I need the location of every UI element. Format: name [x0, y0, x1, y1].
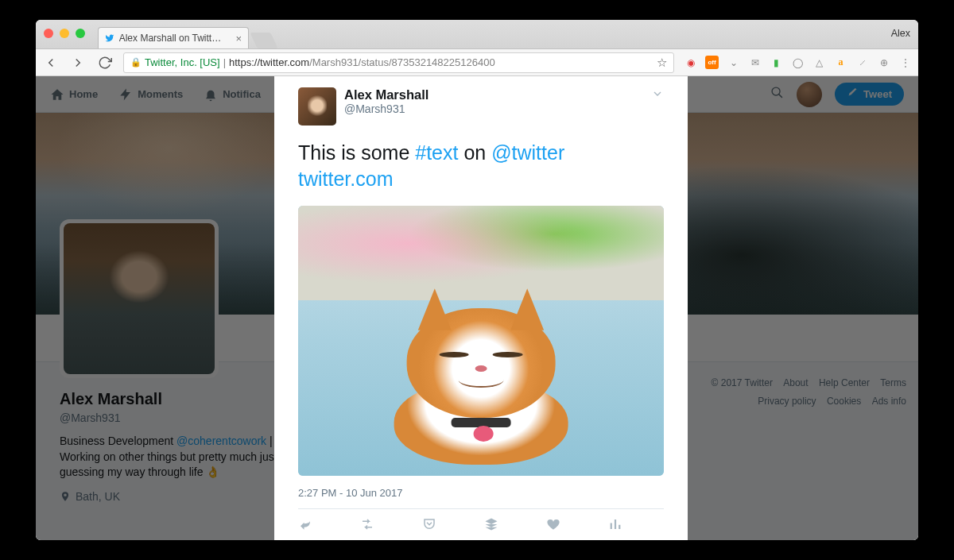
browser-tab[interactable]: Alex Marshall on Twitter: "This ×: [98, 27, 249, 48]
address-bar[interactable]: 🔒 Twitter, Inc. [US] | https://twitter.c…: [123, 52, 674, 73]
buffer-button[interactable]: [484, 517, 498, 531]
reply-button[interactable]: [298, 517, 312, 531]
url-host: https://twitter.com: [229, 56, 309, 68]
minimize-window-button[interactable]: [60, 29, 69, 38]
extension-icon[interactable]: off: [705, 56, 719, 69]
url-path: /Marsh931/status/873532148225126400: [309, 56, 494, 68]
extension-icon[interactable]: ◉: [684, 56, 697, 69]
tweet-hashtag[interactable]: #text: [415, 141, 458, 164]
browser-menu-button[interactable]: ⋮: [898, 56, 912, 69]
new-tab-button[interactable]: [250, 33, 277, 48]
page-viewport: Home Moments Notifica Tweet Alex: [36, 76, 918, 540]
tweet-author-name[interactable]: Alex Marshall: [344, 87, 651, 102]
extension-icon[interactable]: △: [812, 56, 826, 69]
browser-profile-name[interactable]: Alex: [891, 28, 910, 39]
extension-icon[interactable]: ▮: [770, 56, 783, 69]
tweet-image[interactable]: [298, 206, 664, 476]
tweet-author-handle[interactable]: @Marsh931: [344, 102, 651, 115]
like-button[interactable]: [546, 517, 560, 531]
forward-button[interactable]: [69, 56, 87, 70]
url-organization: Twitter, Inc. [US]: [145, 56, 220, 68]
tab-title: Alex Marshall on Twitter: "This: [119, 33, 226, 44]
amazon-extension-icon[interactable]: a: [834, 56, 847, 69]
browser-window: Alex Marshall on Twitter: "This × Alex 🔒…: [36, 20, 918, 540]
extension-icon[interactable]: ⟋: [855, 56, 869, 69]
twitter-icon: [105, 33, 114, 44]
pocket-button[interactable]: [422, 517, 436, 531]
tweet-text: This is some #text on @twitter twitter.c…: [298, 140, 664, 191]
tweet-link[interactable]: twitter.com: [298, 168, 393, 190]
tweet-actions: [298, 508, 664, 540]
tweet-modal: Alex Marshall @Marsh931 This is some #te…: [274, 76, 688, 540]
close-tab-button[interactable]: ×: [235, 33, 242, 44]
tweet-header: Alex Marshall @Marsh931: [298, 87, 664, 126]
extension-icon[interactable]: ✉: [748, 56, 762, 69]
tweet-menu-button[interactable]: [651, 87, 664, 103]
extension-icon[interactable]: ◯: [791, 56, 805, 69]
retweet-button[interactable]: [360, 517, 374, 531]
titlebar: Alex Marshall on Twitter: "This × Alex: [36, 20, 918, 48]
tabstrip: Alex Marshall on Twitter: "This ×: [98, 20, 274, 48]
tweet-timestamp[interactable]: 2:27 PM - 10 Jun 2017: [298, 476, 664, 508]
browser-toolbar: 🔒 Twitter, Inc. [US] | https://twitter.c…: [36, 48, 918, 76]
pocket-extension-icon[interactable]: ⌄: [727, 56, 740, 69]
maximize-window-button[interactable]: [76, 29, 85, 38]
bookmark-star-icon[interactable]: ☆: [657, 56, 667, 70]
extension-icons: ◉ off ⌄ ✉ ▮ ◯ △ a ⟋ ⊕ ⋮: [684, 56, 912, 69]
tweet-mention[interactable]: @twitter: [491, 141, 564, 164]
tweet-author-avatar[interactable]: [298, 87, 336, 126]
back-button[interactable]: [42, 56, 60, 70]
analytics-button[interactable]: [608, 517, 622, 531]
extension-icon[interactable]: ⊕: [877, 56, 890, 69]
window-controls: [44, 29, 85, 38]
close-window-button[interactable]: [44, 29, 53, 38]
reload-button[interactable]: [96, 56, 114, 70]
lock-icon: 🔒: [130, 57, 142, 68]
